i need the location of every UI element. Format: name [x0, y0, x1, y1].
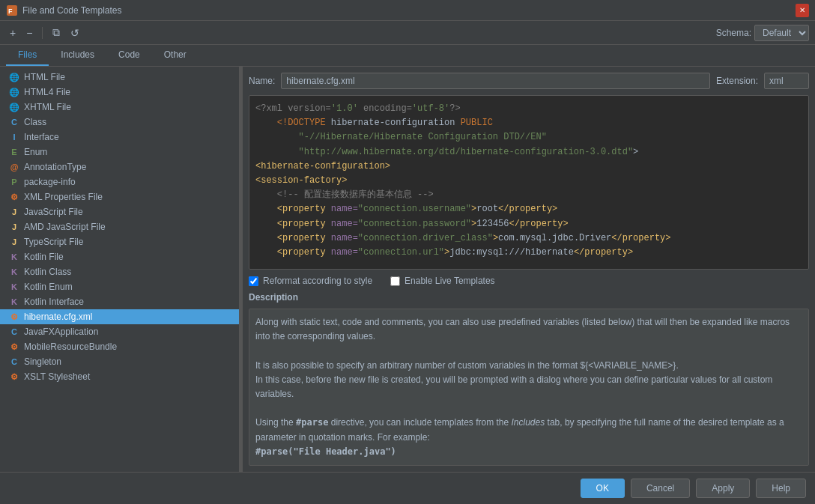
file-item-mobile-resource[interactable]: ⚙MobileResourceBundle: [0, 339, 239, 354]
file-item-label: AMD JavaScript File: [24, 222, 106, 232]
js-icon: J: [9, 222, 19, 232]
file-item-label: XSLT Stylesheet: [24, 371, 90, 382]
title-bar: F File and Code Templates ✕: [0, 0, 815, 21]
file-item-label: Interface: [24, 132, 59, 142]
xml-icon: ⚙: [9, 312, 19, 322]
file-item-xslt-stylesheet[interactable]: ⚙XSLT Stylesheet: [0, 369, 239, 384]
live-templates-checkbox-label[interactable]: Enable Live Templates: [390, 276, 495, 286]
description-label: Description: [249, 292, 809, 303]
tab-includes[interactable]: Includes: [49, 45, 106, 66]
file-item-enum[interactable]: EEnum: [0, 145, 239, 160]
schema-label: Schema:: [716, 28, 751, 38]
desc-text4b: directive, you can include templates fro…: [328, 417, 511, 428]
file-item-label: Kotlin Enum: [24, 282, 73, 292]
file-item-label: Kotlin Class: [24, 267, 71, 277]
file-item-label: HTML4 File: [24, 87, 70, 97]
file-item-kotlin-class[interactable]: KKotlin Class: [0, 264, 239, 279]
right-panel: Name: Extension: <?xml version='1.0' enc…: [243, 67, 815, 472]
schema-select[interactable]: DefaultProject: [754, 25, 809, 41]
kotlin-icon: K: [9, 297, 19, 307]
tabs-bar: Files Includes Code Other: [0, 45, 815, 67]
parse-example: #parse("File Header.java"): [255, 446, 396, 457]
file-item-class[interactable]: CClass: [0, 115, 239, 130]
name-input[interactable]: [281, 73, 710, 89]
annotation-icon: @: [9, 162, 19, 172]
html-icon: 🌐: [9, 87, 19, 97]
file-item-label: HTML File: [24, 72, 65, 82]
live-templates-label: Enable Live Templates: [405, 276, 495, 286]
file-item-label: Enum: [24, 147, 47, 157]
kotlin-icon: K: [9, 252, 19, 262]
remove-button[interactable]: −: [22, 25, 36, 41]
svg-text:F: F: [8, 7, 13, 15]
content-area: 🌐HTML File🌐HTML4 File🌐XHTML FileCClassII…: [0, 67, 815, 472]
file-item-label: TypeScript File: [24, 237, 83, 247]
tab-code[interactable]: Code: [106, 45, 152, 66]
class-icon: C: [9, 327, 19, 337]
package-icon: P: [9, 177, 19, 187]
interface-icon: I: [9, 132, 19, 142]
extension-input[interactable]: [764, 73, 809, 89]
includes-ref: Includes: [512, 417, 545, 428]
description-box: Along with static text, code and comment…: [249, 309, 809, 466]
file-item-label: Singleton: [24, 356, 61, 367]
extension-label: Extension:: [716, 76, 758, 86]
file-item-xhtml-file[interactable]: 🌐XHTML File: [0, 100, 239, 115]
parse-directive: #parse: [296, 417, 328, 428]
code-editor[interactable]: <?xml version='1.0' encoding='utf-8'?> <…: [249, 95, 809, 270]
kotlin-icon: K: [9, 282, 19, 292]
toolbar: + − ⧉ ↺ Schema: DefaultProject: [0, 21, 815, 45]
file-item-annotation-type[interactable]: @AnnotationType: [0, 160, 239, 174]
toolbar-separator: [42, 27, 43, 39]
reformat-checkbox-label[interactable]: Reformat according to style: [249, 276, 372, 286]
live-templates-checkbox[interactable]: [390, 276, 400, 286]
file-item-javascript-file[interactable]: JJavaScript File: [0, 204, 239, 219]
tab-files[interactable]: Files: [6, 45, 49, 66]
reformat-label: Reformat according to style: [263, 276, 372, 286]
ok-button[interactable]: OK: [581, 479, 625, 498]
class-icon: C: [9, 117, 19, 127]
file-item-singleton[interactable]: CSingleton: [0, 354, 239, 369]
file-item-label: Kotlin File: [24, 252, 64, 262]
desc-text1: Along with static text, code and comment…: [255, 317, 790, 341]
file-item-hibernate-cfg[interactable]: ⚙hibernate.cfg.xml: [0, 309, 239, 324]
options-row: Reformat according to style Enable Live …: [249, 276, 809, 286]
close-button[interactable]: ✕: [796, 4, 809, 17]
file-item-label: JavaScript File: [24, 207, 83, 217]
desc-text3: In this case, before the new file is cre…: [255, 374, 772, 399]
file-item-interface[interactable]: IInterface: [0, 130, 239, 145]
class-icon: C: [9, 356, 19, 367]
file-item-html4-file[interactable]: 🌐HTML4 File: [0, 85, 239, 100]
file-item-label: Class: [24, 117, 46, 127]
cancel-button[interactable]: Cancel: [631, 479, 690, 498]
file-item-kotlin-file[interactable]: KKotlin File: [0, 249, 239, 264]
dialog-icon: F: [6, 4, 18, 16]
dialog-title: File and Code Templates: [22, 5, 796, 16]
desc-text2: It is also possible to specify an arbitr…: [255, 360, 679, 371]
bottom-bar: OK Cancel Apply Help: [0, 472, 815, 504]
name-label: Name:: [249, 76, 275, 86]
reformat-checkbox[interactable]: [249, 276, 258, 286]
apply-button[interactable]: Apply: [696, 479, 750, 498]
file-list: 🌐HTML File🌐HTML4 File🌐XHTML FileCClassII…: [0, 67, 240, 472]
file-item-xml-properties[interactable]: ⚙XML Properties File: [0, 189, 239, 204]
copy-button[interactable]: ⧉: [49, 24, 64, 41]
file-item-typescript-file[interactable]: JTypeScript File: [0, 234, 239, 249]
file-item-kotlin-enum[interactable]: KKotlin Enum: [0, 279, 239, 294]
enum-icon: E: [9, 147, 19, 157]
js-icon: J: [9, 207, 19, 217]
restore-button[interactable]: ↺: [67, 25, 83, 41]
file-item-javafx-application[interactable]: CJavaFXApplication: [0, 324, 239, 339]
file-item-label: Kotlin Interface: [24, 297, 84, 307]
file-item-label: XHTML File: [24, 102, 71, 112]
html-icon: 🌐: [9, 72, 19, 82]
file-item-label: MobileResourceBundle: [24, 341, 117, 352]
file-item-package-info[interactable]: Ppackage-info: [0, 174, 239, 189]
file-item-amd-javascript[interactable]: JAMD JavaScript File: [0, 219, 239, 234]
file-item-html-file[interactable]: 🌐HTML File: [0, 70, 239, 85]
xml-icon: ⚙: [9, 371, 19, 382]
help-button[interactable]: Help: [756, 479, 806, 498]
tab-other[interactable]: Other: [152, 45, 199, 66]
file-item-kotlin-interface[interactable]: KKotlin Interface: [0, 294, 239, 309]
add-button[interactable]: +: [6, 25, 19, 41]
